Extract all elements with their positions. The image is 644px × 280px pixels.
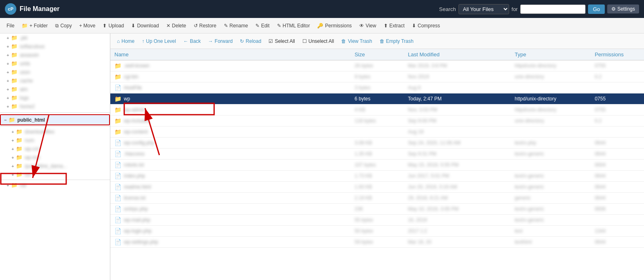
permissions-button[interactable]: 🔑Permissions	[314, 21, 355, 31]
sidebar-item-ssl[interactable]: + 📁 ssl	[0, 170, 110, 179]
html-editor-button[interactable]: ✎HTML Editor	[274, 21, 313, 31]
file-button[interactable]: File	[3, 21, 18, 31]
plus-icon: +	[7, 70, 9, 75]
table-row[interactable]: 📄 xmlrpc.php 23K May 10, 2019, 3:05 PM t…	[110, 204, 644, 215]
table-row[interactable]: 📄 license.txt 2.19 KB 29, 2018, 8:21 AM …	[110, 193, 644, 204]
go-button[interactable]: Go	[588, 4, 605, 14]
view-label: View	[366, 23, 376, 29]
col-name[interactable]: Name	[110, 49, 351, 60]
home-button[interactable]: ⌂ Home	[114, 37, 138, 46]
table-row[interactable]: 📄 index.php 1.73 KB Jun 2017, 5:01 PM te…	[110, 171, 644, 182]
table-row[interactable]: 📁 wp-admin 4 KB Nov, 3:03 PM httpd/unix-…	[110, 104, 644, 116]
sidebar-item-public-html[interactable]: − 📁 public_html	[0, 114, 110, 125]
unselect-all-icon: ☐	[302, 38, 307, 44]
download-button[interactable]: ⬇Download	[128, 21, 162, 31]
back-button[interactable]: ← Back	[180, 37, 204, 46]
sidebar-item-logs[interactable]: + 📁 logs	[0, 93, 110, 102]
sidebar-item-quarantine[interactable]: + 📁 quarantine_dama...	[0, 162, 110, 170]
forward-button[interactable]: → Forward	[205, 37, 236, 46]
table-row[interactable]: 📄 wp-mail.php 55 bytes 16, 2019 text/x-g…	[110, 215, 644, 226]
table-row[interactable]: 📄 wp-config.php 3.08 KB Sep 24, 2020, 11…	[110, 138, 644, 149]
table-row[interactable]: 📄 wp-login.php 50 bytes 2017 1:2 text 13…	[110, 226, 644, 237]
sidebar-item-cache[interactable]: + 📁 cache	[0, 76, 110, 85]
unselect-all-button[interactable]: ☐ Unselect All	[299, 37, 338, 46]
cell-perms: 0755	[590, 93, 644, 104]
sidebar-item-home2[interactable]: + 📁 home2	[0, 102, 110, 111]
cell-name: 📄 index.php	[110, 171, 351, 181]
reload-button[interactable]: ↻ Reload	[237, 37, 264, 46]
file-icon: 📄	[114, 140, 121, 146]
table-row[interactable]: 📁 wp-includes 118 bytes Sep 9:00 PM unix…	[110, 116, 644, 127]
upload-button[interactable]: ⬆Upload	[99, 21, 127, 31]
file-name: wp-config.php	[124, 140, 154, 146]
cell-size	[351, 127, 404, 138]
sidebar-item-wp-cnt[interactable]: + 📁 wp-cnt	[0, 144, 110, 153]
sidebar-item-pki[interactable]: + 📁 .pki	[0, 33, 110, 42]
col-size[interactable]: Size	[351, 49, 404, 60]
sidebar[interactable]: + 📁 .pki + 📁 softaculous + 📁 assassin + …	[0, 33, 110, 280]
settings-button[interactable]: ⚙ Settings	[607, 4, 639, 13]
folder-icon: 📁	[11, 43, 18, 49]
search-input[interactable]	[520, 4, 586, 14]
restore-button[interactable]: ↺Restore	[190, 21, 220, 31]
public-html-label: public_html	[17, 117, 45, 123]
table-row[interactable]: 📄 robots.txt 107 bytes May 15, 2019, 5:5…	[110, 160, 644, 171]
sidebar-item-wp-incl[interactable]: + 📁 wp-incl	[0, 153, 110, 162]
cell-perms: 0.2	[590, 116, 644, 127]
cell-type: text/x-generic	[510, 171, 590, 182]
col-perms[interactable]: Permissions	[590, 49, 644, 60]
file-name: .well-known	[124, 63, 150, 69]
table-row[interactable]: 📄 HostFile 3 bytes Aug 6	[110, 82, 644, 93]
copy-button[interactable]: ⧉Copy	[52, 21, 75, 31]
sidebar-item-units[interactable]: + 📁 units	[0, 59, 110, 68]
view-button[interactable]: 👁View	[356, 21, 380, 31]
folder-icon: 📁	[11, 95, 18, 101]
table-row[interactable]: 📁 .well-known 26 bytes Mar 2019, 3:8 PM …	[110, 60, 644, 71]
sidebar-item-downloadfiles[interactable]: + 📁 downloadfiles	[0, 127, 110, 136]
table-row[interactable]: 📄 .htaccess 1.35 KB Sep 9:31 PM text/x-g…	[110, 149, 644, 160]
table-row[interactable]: 📄 readme.html 1.93 KB Jun 20, 2019, 3:19…	[110, 182, 644, 193]
minus-icon: −	[4, 118, 7, 122]
table-row[interactable]: 📄 wp-settings.php 59 bytes Mar 18, 20 te…	[110, 237, 644, 248]
rename-button[interactable]: ✎Rename	[221, 21, 251, 31]
empty-trash-button[interactable]: 🗑 Empty Trash	[376, 37, 417, 46]
file-table-container[interactable]: Name Size Last Modified Type Permissions…	[110, 49, 644, 280]
sidebar-item-aim[interactable]: + 📁 aim	[0, 85, 110, 93]
cell-modified: 2017 1:2	[404, 226, 510, 237]
cell-modified: Jun 20, 2019, 3:19 AM	[404, 182, 510, 193]
col-type[interactable]: Type	[510, 49, 590, 60]
compress-button[interactable]: ⬇Compress	[409, 21, 443, 31]
folder-icon: 📁	[11, 52, 18, 58]
col-modified[interactable]: Last Modified	[404, 49, 510, 60]
extract-button[interactable]: ⬆Extract	[380, 21, 408, 31]
sidebar-item-label: var	[20, 182, 27, 188]
delete-button[interactable]: ✕Delete	[163, 21, 190, 31]
home-icon: ⌂	[117, 38, 120, 44]
plus-icon: +	[7, 44, 9, 49]
table-row[interactable]: 📁 wp 6 bytes Today, 2:47 PM httpd/unix-d…	[110, 93, 644, 104]
sidebar-item-var[interactable]: + 📁 var	[0, 181, 110, 189]
sidebar-item-label: softaculous	[20, 44, 45, 49]
cell-perms	[590, 82, 644, 93]
cell-modified: May 10, 2019, 3:05 PM	[404, 204, 510, 215]
cell-name: 📄 robots.txt	[110, 160, 351, 170]
move-button[interactable]: + Move	[76, 21, 99, 31]
compress-label: Compress	[418, 23, 440, 29]
sidebar-item-num[interactable]: + 📁 num	[0, 136, 110, 144]
sidebar-item-label: ussn	[20, 69, 30, 75]
folder-button[interactable]: 📁+ Folder	[18, 21, 51, 31]
table-row[interactable]: 📁 cgi-bin 9 bytes Nov 2019 unix-director…	[110, 71, 644, 82]
extract-label: Extract	[389, 23, 405, 29]
up-one-level-button[interactable]: ↑ Up One Level	[139, 37, 179, 46]
select-all-button[interactable]: ☑ Select All	[265, 37, 298, 46]
edit-label: Edit	[261, 23, 270, 29]
table-row[interactable]: 📁 wp-content Aug 19	[110, 127, 644, 138]
sidebar-item-softaculous[interactable]: + 📁 softaculous	[0, 42, 110, 51]
view-trash-button[interactable]: 🗑 View Trash	[338, 37, 375, 46]
view-trash-icon: 🗑	[341, 38, 346, 44]
edit-button[interactable]: ✎Edit	[252, 21, 273, 31]
sidebar-item-ussn[interactable]: + 📁 ussn	[0, 68, 110, 76]
search-select[interactable]: All Your Files File Name Only File Conte…	[458, 4, 509, 14]
search-area: Search All Your Files File Name Only Fil…	[439, 4, 639, 14]
sidebar-item-assassin[interactable]: + 📁 assassin	[0, 51, 110, 59]
